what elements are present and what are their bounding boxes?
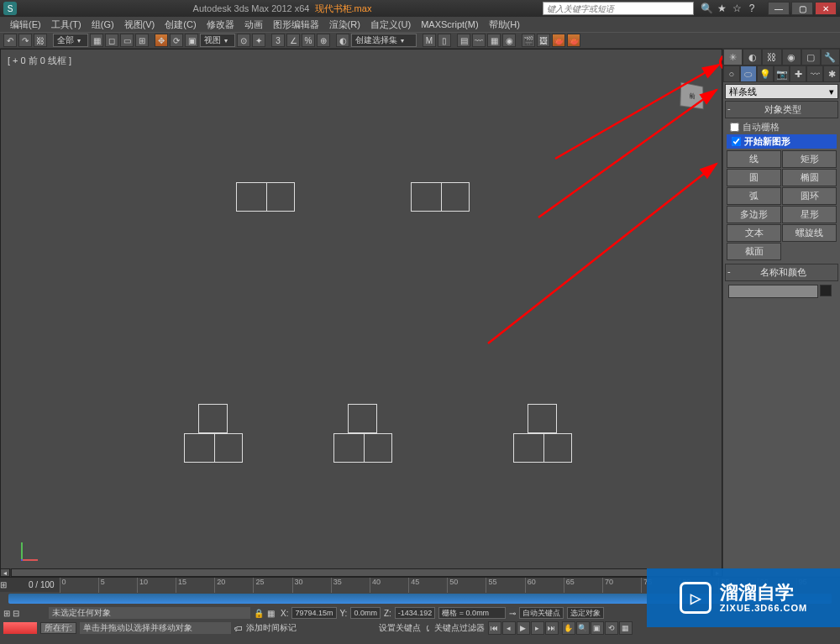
wireframe-object[interactable] [348, 404, 377, 433]
mirror-button[interactable]: M [423, 34, 436, 47]
key-mode-icon[interactable]: ⊸ [509, 609, 516, 618]
spinner-snap-button[interactable]: ⊕ [317, 34, 330, 47]
render-button[interactable]: 🫖 [552, 34, 565, 47]
wireframe-object[interactable] [528, 404, 557, 433]
named-selection-dropdown[interactable]: 创建选择集 [351, 34, 417, 47]
time-tag-button[interactable]: 添加时间标记 [246, 622, 322, 634]
rectangle-button[interactable]: 矩形 [782, 150, 837, 168]
key-filter-button[interactable]: 关键点过滤器 [434, 622, 485, 634]
next-frame-button[interactable]: ▸ [531, 621, 544, 635]
search-icon[interactable]: 🔍 [701, 3, 712, 14]
layer-button[interactable]: ▤ [457, 34, 470, 47]
create-tab[interactable]: ✳ [723, 49, 743, 65]
goto-start-button[interactable]: ⏮ [488, 621, 501, 635]
menu-help[interactable]: 帮助(H) [484, 18, 525, 31]
percent-snap-button[interactable]: % [302, 34, 315, 47]
display-tab[interactable]: ▢ [801, 49, 821, 65]
render-prod-button[interactable]: 🫖 [567, 34, 580, 47]
window-cross-button[interactable]: ⊞ [135, 34, 149, 47]
pan-button[interactable]: ✋ [562, 621, 575, 635]
hierarchy-tab[interactable]: ⛓ [762, 49, 781, 65]
lock-icon[interactable]: 🔒 [254, 609, 264, 618]
goto-end-button[interactable]: ⏭ [545, 621, 559, 635]
y-coord-input[interactable]: 0.0mm [350, 607, 381, 619]
motion-tab[interactable]: ◉ [782, 49, 801, 65]
menu-group[interactable]: 组(G) [87, 18, 119, 31]
auto-key-button[interactable]: 自动关键点 [519, 607, 564, 619]
menu-views[interactable]: 视图(V) [119, 18, 160, 31]
material-button[interactable]: ◉ [502, 34, 516, 47]
donut-button[interactable]: 圆环 [782, 187, 837, 205]
menu-modifiers[interactable]: 修改器 [202, 18, 239, 31]
systems-tab[interactable]: ✱ [823, 65, 840, 82]
geometry-tab[interactable]: ○ [723, 65, 740, 82]
scroll-left-button[interactable]: ◂ [0, 568, 10, 577]
menu-animation[interactable]: 动画 [239, 18, 268, 31]
select-button[interactable]: ▦ [90, 34, 103, 47]
menu-create[interactable]: 创建(C) [160, 18, 201, 31]
set-key-button[interactable]: 设置关键点 [379, 622, 421, 634]
edit-selection-button[interactable]: ◐ [336, 34, 349, 47]
wireframe-object[interactable] [184, 433, 243, 463]
wireframe-object[interactable] [411, 182, 470, 212]
text-button[interactable]: 文本 [727, 224, 781, 242]
wireframe-object[interactable] [236, 182, 295, 212]
maximize-vp-button[interactable]: ▦ [619, 621, 633, 635]
rect-region-button[interactable]: ▭ [120, 34, 134, 47]
auto-grid-checkbox[interactable]: 自动栅格 [727, 120, 837, 134]
orbit-button[interactable]: ⟲ [605, 621, 618, 635]
play-button[interactable]: ▶ [517, 621, 530, 635]
snap-button[interactable]: 3 [271, 34, 285, 47]
star-button[interactable]: 星形 [782, 206, 837, 223]
rendered-frame-button[interactable]: 🖼 [537, 34, 550, 47]
selection-filter-dropdown[interactable]: 全部 [53, 34, 88, 47]
rollout-header[interactable]: -名称和颜色 [725, 264, 838, 281]
circle-button[interactable]: 圆 [727, 169, 781, 186]
layer-indicator[interactable]: 所在行: [40, 622, 76, 634]
wireframe-object[interactable] [198, 404, 228, 433]
zoom-button[interactable]: 🔍 [576, 621, 590, 635]
viewport-label[interactable]: [ + 0 前 0 线框 ] [8, 55, 71, 67]
viewport-scrollbar[interactable]: ◂ ▸ [0, 568, 722, 577]
rotate-button[interactable]: ⟳ [170, 34, 183, 47]
star2-icon[interactable]: ☆ [731, 3, 743, 14]
infocenter-icons[interactable]: 🔍 ★ ☆ ? [701, 3, 758, 14]
render-setup-button[interactable]: 🎬 [522, 34, 535, 47]
ref-coord-dropdown[interactable]: 视图 [200, 34, 235, 47]
ngon-button[interactable]: 多边形 [727, 206, 781, 223]
link-button[interactable]: ⛓ [34, 34, 47, 47]
menu-edit[interactable]: 编辑(E) [5, 18, 46, 31]
z-coord-input[interactable]: -1434.192 [395, 607, 436, 619]
menu-maxscript[interactable]: MAXScript(M) [416, 19, 483, 29]
move-button[interactable]: ✥ [155, 34, 168, 47]
x-coord-input[interactable]: 79794.15m [291, 607, 336, 619]
menu-grapheditors[interactable]: 图形编辑器 [268, 18, 324, 31]
help-icon[interactable]: ? [746, 3, 758, 14]
arc-button[interactable]: 弧 [727, 187, 781, 205]
viewcube[interactable]: 前 [680, 83, 713, 117]
spacewarps-tab[interactable]: 〰 [806, 65, 823, 82]
manipulate-button[interactable]: ✦ [252, 34, 265, 47]
schematic-button[interactable]: ▦ [487, 34, 501, 47]
shapes-tab[interactable]: ⬭ [740, 65, 757, 82]
help-search-input[interactable] [543, 2, 694, 15]
menu-customize[interactable]: 自定义(U) [365, 18, 416, 31]
cameras-tab[interactable]: 📷 [774, 65, 790, 82]
prev-frame-button[interactable]: ◂ [502, 621, 516, 635]
viewport[interactable]: [ + 0 前 0 线框 ] 前 [0, 49, 722, 577]
menu-tools[interactable]: 工具(T) [46, 18, 87, 31]
helpers-tab[interactable]: ✚ [790, 65, 806, 82]
undo-button[interactable]: ↶ [3, 34, 17, 47]
close-button[interactable]: ✕ [815, 2, 837, 15]
app-icon[interactable]: S [3, 2, 17, 15]
scroll-thumb[interactable] [11, 568, 711, 577]
selected-dropdown[interactable]: 选定对象 [567, 607, 604, 619]
angle-snap-button[interactable]: ∠ [286, 34, 300, 47]
wireframe-object[interactable] [513, 433, 572, 463]
start-new-shape-checkbox[interactable]: 开始新图形 [727, 134, 837, 149]
minimize-button[interactable]: — [768, 2, 790, 15]
pivot-button[interactable]: ⊙ [237, 34, 250, 47]
modify-tab[interactable]: ◐ [743, 49, 762, 65]
rollout-header[interactable]: -对象类型 [725, 101, 838, 118]
menu-rendering[interactable]: 渲染(R) [324, 18, 365, 31]
